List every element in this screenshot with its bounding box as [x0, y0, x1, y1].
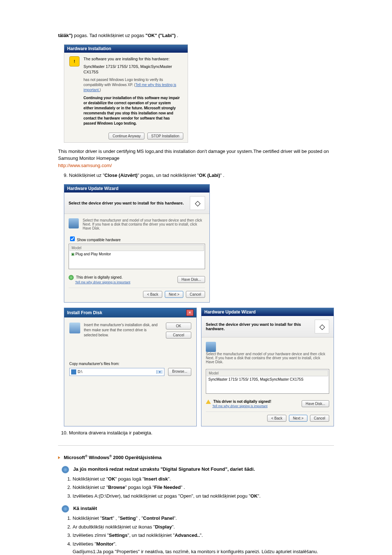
dialog-titlebar: Hardware Update Wizard: [64, 185, 209, 193]
disk-icon: [69, 218, 79, 228]
list-item: Noklikšķiniet uz "OK" pogas logā "Insert…: [73, 475, 334, 483]
disk-icon: [69, 323, 80, 333]
cancel-button[interactable]: Cancel: [186, 291, 205, 298]
model-listbox[interactable]: Model ▣ Plug and Play Monitor: [69, 244, 205, 269]
list-item: Izvēlieties zīmni "Settings", un tad nok…: [73, 532, 334, 539]
disk-icon: [206, 342, 216, 352]
next-button[interactable]: Next >: [289, 415, 307, 422]
device-icon: ◇: [190, 196, 205, 210]
ds-heading: Ja jūs monitorā redzat redzat uzrakstu "…: [62, 466, 334, 473]
list-item: Izvēlieties A:(D:\Driver), tad noklikšķi…: [73, 493, 334, 500]
signing-link[interactable]: Tell me why driver signing is important: [212, 404, 268, 408]
gear-icon: [62, 505, 69, 513]
compatible-checkbox[interactable]: [70, 236, 75, 241]
update-wizard-1: Hardware Update Wizard Select the device…: [64, 184, 210, 303]
cert-note: This monitor driver is under certifying …: [58, 148, 334, 169]
warning-icon: !: [69, 56, 79, 66]
ok-button[interactable]: OK: [166, 323, 191, 329]
back-button[interactable]: < Back: [267, 415, 286, 422]
install-from-disk-dialog: Install From Disk × Insert the manufactu…: [64, 308, 197, 426]
divider: [58, 445, 334, 446]
cancel-button[interactable]: Cancel: [166, 332, 191, 339]
inst-heading: Kā instalēt: [62, 505, 334, 513]
dialog-titlebar: Hardware Update Wizard: [201, 308, 334, 316]
stop-installation-button[interactable]: STOP Installation: [147, 133, 183, 139]
list-item: Izvēlieties "Monitor". Gadījums1:Ja poga…: [73, 540, 334, 555]
signing-link[interactable]: Tell me why driver signing is important: [75, 280, 130, 284]
intro-text: tālāk") pogas. Tad noklikšķiniet uz poga…: [58, 32, 334, 39]
os-heading: Microsoft® Windows® 2000 Operētājsistēma: [58, 454, 334, 460]
chevron-down-icon[interactable]: ▾: [156, 370, 163, 374]
dialog-titlebar: Hardware Installation: [64, 45, 188, 53]
cancel-button[interactable]: Cancel: [310, 415, 329, 422]
list-item: Noklikšķiniet uz "Browse" pogas logā "Fi…: [73, 484, 334, 491]
list-item: Noklikšķiniet "Start" , "Setting" , "Con…: [73, 515, 334, 522]
update-wizard-2: Hardware Update Wizard Select the device…: [201, 308, 334, 426]
samsung-link[interactable]: http://www.samsung.com/: [58, 163, 112, 168]
unsigned-icon: [206, 400, 211, 404]
arrow-icon: [58, 456, 60, 459]
list-item: Ar dubultklikšķi noklikšķiniet uz ikonas…: [73, 523, 334, 531]
step-10: Monitora draivera instalācija ir pabeigt…: [69, 429, 334, 437]
path-select[interactable]: D:\ ▾: [69, 368, 164, 376]
close-icon[interactable]: ×: [186, 309, 193, 316]
model-listbox[interactable]: Model SyncMaster 171S/ 175S/ 170S, Magic…: [206, 369, 329, 394]
hardware-install-dialog: Hardware Installation ! The software you…: [64, 44, 188, 143]
have-disk-button[interactable]: Have Disk...: [177, 276, 205, 283]
continue-anyway-button[interactable]: Continue Anyway: [109, 133, 144, 139]
next-button[interactable]: Next >: [165, 291, 183, 298]
gear-icon: [62, 466, 69, 473]
browse-button[interactable]: Browse...: [168, 368, 191, 376]
have-disk-button[interactable]: Have Disk...: [302, 400, 329, 407]
drive-icon: [71, 369, 76, 374]
step-9: Noklikšķiniet uz "Close (Aizvērt)" pogas…: [69, 172, 334, 179]
back-button[interactable]: < Back: [143, 291, 162, 298]
signed-icon: [69, 275, 74, 280]
device-icon: ◇: [315, 320, 329, 333]
